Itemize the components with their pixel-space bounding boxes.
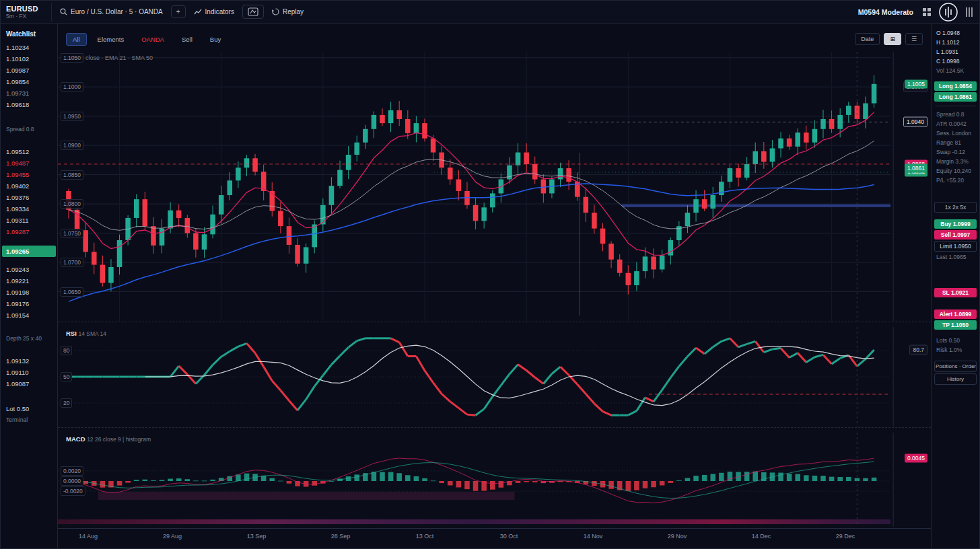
ladder-row[interactable]: 1.09487 (1, 157, 57, 169)
ladder-row[interactable]: 1.09198 (1, 287, 57, 298)
panel-stat: Sess. London (934, 129, 977, 137)
chart-region: AllElementsOANDASellBuyDate⊞☰ EMA 8 clos… (58, 24, 931, 549)
price-pane[interactable]: EMA 8 close · EMA 21 · SMA 50 1.10501.10… (58, 52, 931, 321)
time-axis-label: 29 Nov (668, 533, 687, 540)
ladder-row[interactable]: 1.09311 (1, 215, 57, 226)
layout-grid-button[interactable]: ⊞ (884, 33, 901, 45)
ladder-body: 1.102341.101021.099871.098541.097311.096… (1, 42, 57, 426)
panel-button[interactable]: History (934, 373, 977, 385)
buy-badge[interactable]: TP 1.1050 (934, 320, 977, 330)
buy-badge[interactable]: Long 1.0854 (934, 81, 977, 91)
account-label: M0594 Moderato (858, 8, 913, 16)
panel-stat: Risk 1.0% (934, 346, 977, 354)
ladder-row[interactable]: 1.09221 (1, 275, 57, 287)
time-axis-label: 29 Aug (163, 533, 182, 540)
symbol-ticker: EURUSD (6, 5, 46, 13)
buy-badge[interactable]: Buy 1.0999 (934, 219, 977, 229)
ladder-row[interactable]: 1.09854 (1, 76, 57, 87)
chart-tab-elements[interactable]: Elements (91, 33, 131, 46)
panel-stat: Range 81 (934, 139, 977, 147)
ladder-row[interactable]: 1.09243 (1, 264, 57, 275)
panel-stat: H 1.1012 (934, 38, 977, 46)
panel-stat: Swap -0.12 (934, 148, 977, 156)
panel-stat: Margin 3.3% (934, 157, 977, 166)
limit-badge[interactable]: Limit 1.0950 (934, 241, 977, 252)
macd-value-tag[interactable]: 0.0045 (905, 454, 928, 463)
panel-stat: Equity 10,240 (934, 167, 977, 175)
indicators-icon (194, 8, 202, 15)
price-tag-greenline[interactable]: 1.0861 (905, 164, 928, 173)
ladder-row[interactable]: 1.10234 (1, 42, 57, 53)
layout-template-icon (248, 7, 258, 16)
ladder-row[interactable]: 1.09512 (1, 146, 57, 157)
ladder-row[interactable]: 1.09110 (1, 367, 57, 378)
pane-separator[interactable] (58, 427, 931, 433)
ladder-row[interactable]: 1.09731 (1, 87, 57, 99)
indicators-label: Indicators (205, 8, 234, 15)
panel-stat: Lots 0.50 (934, 336, 977, 344)
chart-tab-buy[interactable]: Buy (203, 33, 228, 46)
price-tag-boxed[interactable]: 1.0940 (903, 117, 928, 127)
symbol-search-label: Euro / U.S. Dollar · 5 · OANDA (71, 8, 163, 15)
ladder-row[interactable]: 1.09402 (1, 180, 57, 192)
menu-bars-icon (965, 7, 973, 17)
ladder-row[interactable]: 1.09087 (1, 378, 57, 390)
indicators-button[interactable]: Indicators (188, 5, 240, 18)
time-axis-label: 14 Aug (79, 533, 98, 540)
sell-badge[interactable]: Sell 1.0997 (934, 230, 977, 240)
chart-toolbar: AllElementsOANDASellBuyDate⊞☰ (66, 30, 923, 48)
time-axis-label: 13 Sep (247, 533, 267, 540)
ladder-current-price[interactable]: 1.09265 (2, 246, 56, 257)
ladder-label: Spread 0.8 (1, 124, 57, 135)
ladder-row[interactable]: 1.10102 (1, 53, 57, 65)
time-axis-label: 28 Sep (331, 533, 351, 540)
ladder-label: Terminal (1, 414, 57, 426)
main-area: Watchlist 1.102341.101021.099871.098541.… (1, 24, 979, 549)
price-ladder-panel: Watchlist 1.102341.101021.099871.098541.… (1, 24, 58, 549)
ladder-row[interactable]: 1.09287 (1, 226, 57, 237)
panel-stat: O 1.0948 (934, 29, 977, 37)
pane-separator[interactable] (58, 322, 931, 327)
rsi-canvas[interactable] (58, 327, 931, 427)
ladder-row[interactable]: 1.09618 (1, 99, 57, 110)
time-axis-label: 30 Oct (500, 533, 518, 540)
leverage-tabs[interactable]: 1x 2x 5x (934, 202, 977, 213)
sell-badge[interactable]: Alert 1.0899 (934, 309, 977, 319)
ladder-row[interactable]: 1.09176 (1, 298, 57, 309)
grid-icon (922, 7, 932, 17)
panel-divider (935, 106, 976, 106)
symbol-search-button[interactable]: Euro / U.S. Dollar · 5 · OANDA (55, 5, 168, 18)
panel-button[interactable]: Positions · Orders (934, 361, 977, 372)
ladder-row[interactable]: Lot 0.50 (1, 403, 57, 414)
chart-tab-oanda[interactable]: OANDA (135, 33, 171, 46)
ladder-row[interactable]: 1.09987 (1, 65, 57, 76)
macd-canvas[interactable] (58, 433, 931, 527)
chart-tab-sell[interactable]: Sell (175, 33, 199, 46)
ladder-row[interactable]: 1.09376 (1, 192, 57, 203)
object-tree-button[interactable]: ☰ (905, 33, 923, 45)
panel-stat: Spread 0.8 (934, 110, 977, 118)
replay-label: Replay (283, 8, 304, 15)
time-axis-label: 13 Oct (416, 533, 434, 540)
macd-pane[interactable]: MACD 12 26 close 9 | histogram 0.00200.0… (58, 433, 931, 527)
topbar: EURUSD 5m · FX Euro / U.S. Dollar · 5 · … (1, 1, 979, 24)
main-chart-canvas[interactable] (58, 52, 931, 321)
chart-tab-all[interactable]: All (66, 33, 87, 46)
menu-button[interactable] (963, 5, 975, 20)
apps-grid-button[interactable] (920, 5, 934, 19)
symbol-block[interactable]: EURUSD 5m · FX (1, 3, 52, 22)
rsi-pane[interactable]: RSI 14 SMA 14 80502080.7 (58, 327, 931, 427)
layout-templates-button[interactable] (242, 5, 264, 19)
date-range-button[interactable]: Date (855, 33, 880, 45)
time-axis[interactable]: 14 Aug29 Aug13 Sep28 Sep13 Oct30 Oct14 N… (58, 528, 931, 544)
price-tag-green[interactable]: 1.1005 (905, 79, 928, 88)
panel-stat: L 1.0931 (934, 48, 977, 56)
buy-badge[interactable]: Long 1.0861 (934, 92, 977, 102)
ladder-row[interactable]: 1.09455 (1, 169, 57, 180)
replay-button[interactable]: Replay (267, 5, 309, 18)
sell-badge[interactable]: SL 1.0921 (934, 288, 977, 297)
ladder-row[interactable]: 1.09132 (1, 355, 57, 367)
ladder-row[interactable]: 1.09154 (1, 309, 57, 321)
compare-button[interactable]: + (171, 5, 186, 18)
ladder-row[interactable]: 1.09334 (1, 203, 57, 215)
